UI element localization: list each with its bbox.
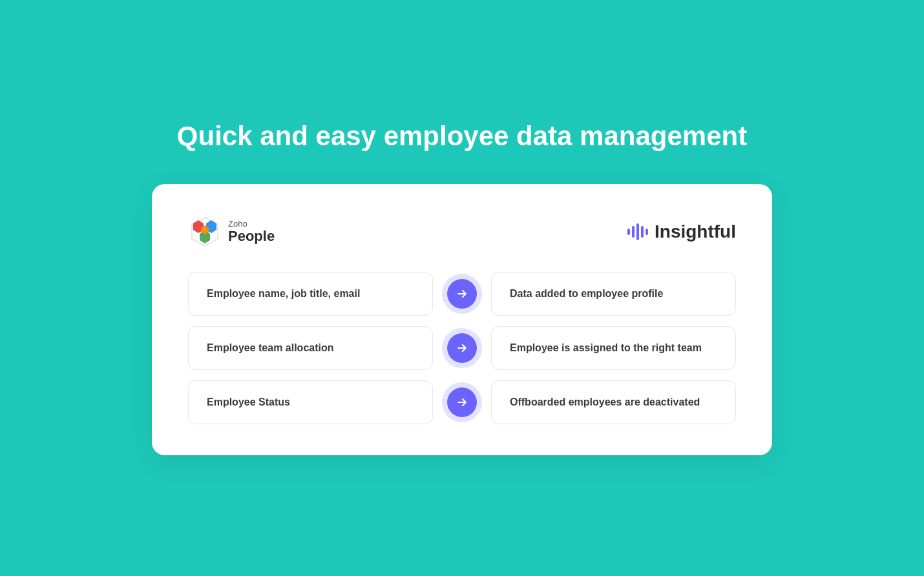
left-text-3: Employee Status [207, 396, 290, 407]
arrow-right-icon-2 [456, 342, 468, 355]
main-card: Zoho People Insightful Employee name, jo… [152, 184, 772, 455]
insightful-name-label: Insightful [655, 221, 736, 242]
right-text-2: Employee is assigned to the right team [510, 342, 702, 353]
arrow-right-icon-3 [456, 396, 468, 409]
right-text-1: Data added to employee profile [510, 288, 663, 299]
zoho-product-label: People [228, 229, 275, 244]
right-text-3: Offboarded employees are deactivated [510, 396, 700, 407]
right-box-3: Offboarded employees are deactivated [491, 380, 736, 424]
insightful-bars-icon [627, 223, 648, 240]
arrow-wrapper-1 [433, 274, 491, 314]
arrow-outer-1 [442, 274, 482, 314]
zoho-brand-label: Zoho [228, 220, 275, 229]
arrow-inner-2 [447, 333, 477, 363]
left-box-3: Employee Status [188, 380, 433, 424]
integration-row-3: Employee Status Offboarded employees are… [188, 380, 736, 424]
arrow-wrapper-2 [433, 328, 491, 368]
arrow-right-icon-1 [456, 287, 468, 300]
arrow-outer-3 [442, 382, 482, 422]
insightful-logo: Insightful [627, 221, 736, 242]
arrow-inner-3 [447, 387, 477, 417]
arrow-wrapper-3 [433, 382, 491, 422]
integration-rows: Employee name, job title, email Data add… [188, 272, 736, 424]
left-box-1: Employee name, job title, email [188, 272, 433, 316]
left-text-1: Employee name, job title, email [207, 288, 360, 299]
integration-row-1: Employee name, job title, email Data add… [188, 272, 736, 316]
right-box-1: Data added to employee profile [491, 272, 736, 316]
integration-row-2: Employee team allocation Employee is ass… [188, 326, 736, 370]
page-title: Quick and easy employee data management [177, 121, 747, 152]
zoho-hexagon-icon [188, 215, 222, 249]
zoho-people-text: Zoho People [228, 220, 275, 244]
arrow-outer-2 [442, 328, 482, 368]
left-box-2: Employee team allocation [188, 326, 433, 370]
logos-row: Zoho People Insightful [188, 215, 736, 249]
arrow-inner-1 [447, 279, 477, 309]
right-box-2: Employee is assigned to the right team [491, 326, 736, 370]
zoho-people-logo: Zoho People [188, 215, 275, 249]
left-text-2: Employee team allocation [207, 342, 334, 353]
